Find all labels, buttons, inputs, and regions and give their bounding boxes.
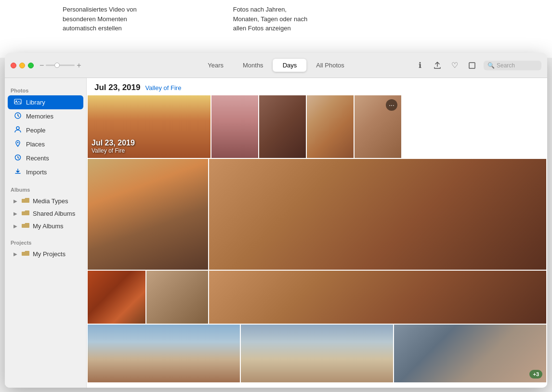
sidebar-item-recents[interactable]: Recents bbox=[8, 151, 83, 165]
toolbar-right: ℹ ♡ 🔍 Search bbox=[414, 60, 541, 71]
app-window: − + Years Months Days All Photos ℹ ♡ bbox=[5, 53, 547, 388]
photo-cell[interactable]: +3 bbox=[394, 325, 546, 382]
photo-cell[interactable] bbox=[88, 271, 145, 324]
folder-icon-my bbox=[21, 222, 30, 230]
zoom-in-button[interactable]: + bbox=[77, 61, 81, 70]
tab-all-photos[interactable]: All Photos bbox=[306, 59, 354, 72]
sidebar-label-media-types: Media Types bbox=[33, 197, 68, 205]
tab-months[interactable]: Months bbox=[233, 59, 273, 72]
sidebar-item-my-albums[interactable]: ▶ My Albums bbox=[8, 220, 83, 232]
search-placeholder: Search bbox=[497, 62, 515, 69]
maximize-button[interactable] bbox=[28, 63, 34, 68]
overlay-location: Valley of Fire bbox=[92, 147, 135, 154]
photo-cell[interactable] bbox=[259, 95, 306, 158]
heart-icon[interactable]: ♡ bbox=[449, 60, 460, 71]
tooltip-area: Personalisiertes Video von besonderen Mo… bbox=[0, 0, 552, 58]
photo-cell[interactable] bbox=[146, 271, 208, 324]
sidebar-item-imports[interactable]: Imports bbox=[8, 165, 83, 179]
crop-icon[interactable] bbox=[466, 60, 478, 71]
svg-point-5 bbox=[17, 142, 19, 144]
search-icon: 🔍 bbox=[487, 62, 495, 69]
sidebar-item-people[interactable]: People bbox=[8, 123, 83, 137]
day-location-1: Valley of Fire bbox=[145, 84, 181, 91]
sidebar-item-shared-albums[interactable]: ▶ Shared Albums bbox=[8, 207, 83, 220]
photo-row-1: Jul 23, 2019 Valley of Fire ··· bbox=[87, 95, 547, 158]
day-group-1: Jul 23, 2019 Valley of Fire Jul 23, 2019… bbox=[87, 78, 547, 382]
sidebar-item-media-types[interactable]: ▶ Media Types bbox=[8, 195, 83, 207]
more-badge[interactable]: +3 bbox=[529, 370, 542, 379]
sidebar-label-my-albums: My Albums bbox=[33, 222, 64, 230]
day-date-1: Jul 23, 2019 bbox=[94, 83, 140, 92]
svg-point-4 bbox=[16, 127, 19, 130]
search-bar[interactable]: 🔍 Search bbox=[484, 61, 541, 70]
sidebar-label-library: Library bbox=[26, 99, 45, 106]
tooltip-left: Personalisiertes Video von besonderen Mo… bbox=[63, 5, 137, 33]
traffic-lights bbox=[11, 63, 34, 68]
folder-icon bbox=[21, 197, 30, 205]
titlebar: − + Years Months Days All Photos ℹ ♡ bbox=[5, 53, 547, 78]
expand-icon: ▶ bbox=[13, 223, 17, 229]
tooltip-right: Fotos nach Jahren, Monaten, Tagen oder n… bbox=[233, 5, 307, 33]
sidebar-label-recents: Recents bbox=[26, 155, 49, 162]
sidebar-label-places: Places bbox=[26, 141, 45, 148]
share-icon[interactable] bbox=[432, 60, 443, 71]
zoom-slider[interactable] bbox=[46, 65, 75, 66]
sidebar-label-people: People bbox=[26, 127, 45, 134]
photo-cell[interactable]: ··· bbox=[355, 95, 401, 158]
memories-icon bbox=[13, 112, 22, 121]
day-header-1: Jul 23, 2019 Valley of Fire bbox=[87, 78, 547, 95]
people-icon bbox=[13, 126, 22, 135]
content-area: Photos Library bbox=[5, 78, 547, 388]
info-icon[interactable]: ℹ bbox=[414, 60, 426, 71]
minimize-button[interactable] bbox=[19, 63, 25, 68]
svg-rect-1 bbox=[14, 99, 21, 104]
more-options-button[interactable]: ··· bbox=[386, 99, 397, 111]
sidebar-section-projects: Projects bbox=[5, 236, 86, 248]
folder-icon-shared bbox=[21, 209, 30, 217]
photo-cell[interactable] bbox=[307, 95, 354, 158]
sidebar-item-memories[interactable]: Memories bbox=[8, 109, 83, 123]
zoom-out-button[interactable]: − bbox=[39, 61, 44, 70]
sidebar-section-photos: Photos bbox=[5, 84, 86, 95]
expand-icon: ▶ bbox=[13, 211, 17, 216]
sidebar-item-library[interactable]: Library bbox=[8, 95, 83, 109]
photo-cell[interactable]: Jul 23, 2019 Valley of Fire bbox=[88, 95, 210, 158]
photo-cell[interactable] bbox=[241, 325, 393, 382]
sidebar-section-albums: Albums bbox=[5, 183, 86, 195]
places-icon bbox=[13, 140, 22, 149]
photo-row-2 bbox=[87, 159, 547, 270]
photo-row-3 bbox=[87, 271, 547, 324]
sidebar: Photos Library bbox=[5, 78, 87, 388]
day-group-2: Jul 24, 2019 ··· bbox=[87, 383, 547, 388]
library-icon bbox=[13, 98, 22, 107]
photo-row-4: +3 bbox=[87, 325, 547, 382]
folder-icon-projects bbox=[21, 250, 30, 258]
tab-bar: Years Months Days All Photos bbox=[198, 59, 354, 72]
photo-cell[interactable] bbox=[209, 271, 546, 324]
expand-icon: ▶ bbox=[13, 251, 17, 257]
photo-cell[interactable] bbox=[209, 159, 546, 270]
tab-days[interactable]: Days bbox=[273, 59, 307, 72]
photo-cell[interactable] bbox=[88, 325, 240, 382]
overlay-date: Jul 23, 2019 bbox=[92, 139, 135, 147]
svg-rect-0 bbox=[469, 63, 475, 68]
close-button[interactable] bbox=[11, 63, 16, 68]
zoom-control: − + bbox=[39, 61, 81, 70]
sidebar-label-my-projects: My Projects bbox=[33, 250, 66, 258]
recents-icon bbox=[13, 154, 22, 163]
imports-icon bbox=[13, 168, 22, 177]
sidebar-label-memories: Memories bbox=[26, 113, 53, 120]
photo-cell[interactable] bbox=[211, 95, 258, 158]
expand-icon: ▶ bbox=[13, 198, 17, 204]
sidebar-item-my-projects[interactable]: ▶ My Projects bbox=[8, 248, 83, 260]
photo-cell[interactable] bbox=[88, 159, 208, 270]
sidebar-label-imports: Imports bbox=[26, 169, 47, 176]
tab-years[interactable]: Years bbox=[198, 59, 233, 72]
sidebar-label-shared-albums: Shared Albums bbox=[33, 210, 75, 217]
sidebar-item-places[interactable]: Places bbox=[8, 137, 83, 151]
day-header-2: Jul 24, 2019 bbox=[87, 383, 547, 388]
photo-grid: Jul 23, 2019 Valley of Fire Jul 23, 2019… bbox=[87, 78, 547, 388]
